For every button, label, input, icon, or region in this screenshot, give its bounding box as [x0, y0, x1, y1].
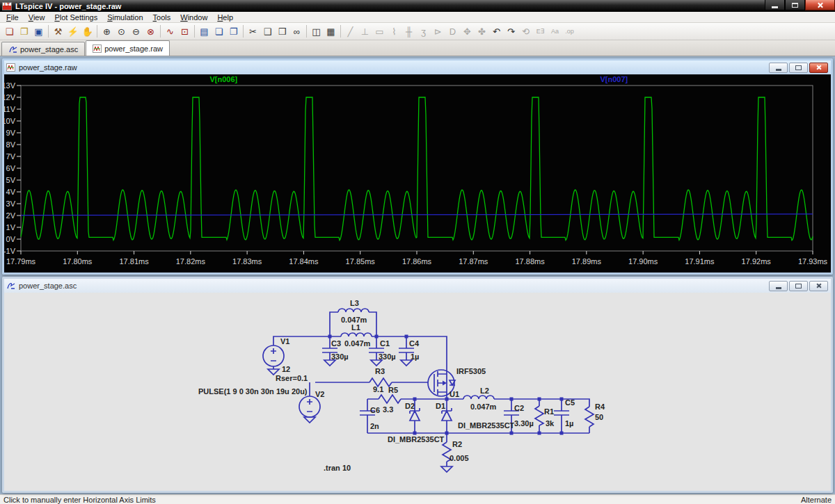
- toolbar-place-ground-icon: ⊥: [358, 24, 372, 38]
- toolbar-paste-icon[interactable]: ❒: [275, 24, 289, 38]
- x-axis-label[interactable]: 17.85ms: [346, 257, 376, 266]
- toolbar-print-icon[interactable]: ▦: [324, 24, 338, 38]
- trace-label[interactable]: V[n006]: [209, 75, 237, 83]
- y-axis-label: 5V: [6, 176, 16, 184]
- waveform-plot[interactable]: 13V12V11V10V9V8V7V6V5V4V3V2V1V0V-1V17.79…: [4, 74, 831, 273]
- x-axis-label[interactable]: 17.80ms: [63, 257, 93, 266]
- menu-window[interactable]: Window: [175, 13, 212, 22]
- toolbar-save-icon[interactable]: ▣: [31, 24, 46, 38]
- menu-view[interactable]: View: [24, 13, 50, 22]
- x-axis-label[interactable]: 17.84ms: [289, 257, 319, 266]
- toolbar-new-schematic-icon[interactable]: ❏: [2, 24, 17, 38]
- x-axis-label[interactable]: 17.91ms: [685, 257, 715, 266]
- x-axis-label[interactable]: 17.79ms: [6, 257, 36, 266]
- toolbar-zoom-back-icon[interactable]: ⊙: [114, 24, 129, 38]
- toolbar-place-net-label-icon: ▭: [372, 24, 387, 38]
- menu-tools[interactable]: Tools: [148, 13, 176, 22]
- menu-plot-settings[interactable]: Plot Settings: [49, 13, 102, 22]
- menu-file[interactable]: File: [1, 13, 24, 22]
- toolbar-zoom-in-icon[interactable]: ⊕: [100, 24, 114, 38]
- schematic-label: L2: [480, 387, 489, 395]
- toolbar-mirror-icon: E∃: [533, 24, 548, 38]
- minimize-button[interactable]: [769, 281, 788, 291]
- toolbar-separator: [243, 25, 244, 38]
- schematic-window-titlebar[interactable]: power_stage.asc: [4, 279, 831, 293]
- close-button[interactable]: [805, 0, 835, 10]
- x-axis-label[interactable]: 17.81ms: [119, 257, 149, 266]
- schematic-label: 0.005: [450, 454, 469, 462]
- x-axis-label[interactable]: 17.86ms: [402, 257, 432, 266]
- toolbar-print-preview-icon[interactable]: ◫: [309, 24, 324, 38]
- status-hint: Click to manually enter Horizontal Axis …: [3, 496, 156, 504]
- x-axis-label[interactable]: 17.90ms: [628, 257, 658, 266]
- y-axis-label: 12V: [4, 93, 16, 101]
- close-button[interactable]: [809, 63, 828, 73]
- schematic-label: C6: [370, 406, 380, 414]
- close-icon: [816, 283, 822, 288]
- y-axis-label: 2V: [6, 211, 16, 220]
- schematic-canvas[interactable]: L30.047mL1C30.047mC1C4330µ330µ1µV112Rser…: [4, 293, 831, 491]
- x-axis-label[interactable]: 17.93ms: [798, 257, 828, 266]
- toolbar-tile-vertically-icon[interactable]: ▤: [197, 24, 212, 38]
- toolbar-undo-icon[interactable]: ↶: [489, 24, 504, 38]
- toolbar-tile-horizontally-icon[interactable]: ❐: [226, 24, 241, 38]
- x-axis-label[interactable]: 17.88ms: [515, 257, 545, 266]
- y-axis-label: 11V: [4, 105, 16, 113]
- schematic-svg[interactable]: L30.047mL1C30.047mC1C4330µ330µ1µV112Rser…: [4, 293, 831, 491]
- toolbar-cut-icon[interactable]: ✂: [246, 24, 260, 38]
- menu-simulation[interactable]: Simulation: [102, 13, 148, 22]
- close-button[interactable]: [809, 281, 828, 291]
- trace-v-n007[interactable]: [21, 214, 813, 216]
- minimize-button[interactable]: [765, 0, 785, 10]
- title-bar[interactable]: LT LTspice IV - power_stage.raw: [0, 0, 835, 12]
- schematic-label: C5: [565, 398, 575, 407]
- x-axis-label[interactable]: 17.82ms: [176, 257, 206, 266]
- minimize-button[interactable]: [769, 63, 788, 73]
- toolbar-zoom-to-rectangle-icon[interactable]: ⊡: [177, 24, 192, 38]
- x-axis-label[interactable]: 17.83ms: [232, 257, 262, 266]
- waveform-window-titlebar[interactable]: power_stage.raw: [4, 60, 831, 74]
- close-icon: [817, 2, 823, 8]
- trace-label[interactable]: V[n007]: [600, 75, 628, 83]
- toolbar-copy-icon[interactable]: ❑: [260, 24, 275, 38]
- toolbar-waveform-pane-icon[interactable]: ∿: [163, 24, 177, 38]
- waveform-plot-svg[interactable]: 13V12V11V10V9V8V7V6V5V4V3V2V1V0V-1V17.79…: [4, 74, 831, 273]
- schematic-label: V1: [280, 337, 289, 346]
- toolbar-control-panel-icon[interactable]: ⚒: [51, 24, 65, 38]
- waveform-window-buttons: [769, 63, 829, 73]
- schematic-label: 1µ: [411, 352, 419, 361]
- x-axis-label[interactable]: 17.92ms: [742, 257, 772, 266]
- trace-v-n006[interactable]: [21, 97, 813, 241]
- schematic-window: power_stage.asc: [2, 277, 833, 493]
- tab-power-stage-raw[interactable]: power_stage.raw: [86, 40, 170, 56]
- restore-icon: [795, 65, 802, 70]
- schematic-label: 12: [282, 365, 290, 373]
- restore-button[interactable]: [789, 281, 808, 291]
- toolbar-cascade-windows-icon[interactable]: ❏: [212, 24, 226, 38]
- tab-power-stage-asc[interactable]: power_stage.asc: [1, 42, 85, 56]
- x-axis-label[interactable]: 17.87ms: [459, 257, 488, 266]
- toolbar-zoom-full-extents-icon[interactable]: ⊗: [143, 24, 158, 38]
- waveform-window: power_stage.raw 13V12V11V10V9V8V7V6V5V4V…: [2, 58, 833, 275]
- y-axis-label: 4V: [6, 188, 16, 196]
- toolbar-run-simulation-icon[interactable]: ⚡: [65, 24, 80, 38]
- restore-button[interactable]: [789, 63, 808, 73]
- toolbar-find-icon[interactable]: ∞: [289, 24, 304, 38]
- y-axis-label: 3V: [6, 200, 16, 208]
- menu-help[interactable]: Help: [212, 13, 238, 22]
- toolbar: ❏❐▣⚒⚡✋⊕⊙⊖⊗∿⊡▤❏❐✂❑❒∞◫▦╱⊥▭⌇╫ʒ⊳D✥✤↶↷⟲E∃Aa.o…: [0, 23, 835, 40]
- system-buttons: [765, 0, 835, 10]
- toolbar-place-component-icon: D: [445, 24, 460, 38]
- schematic-label: DI_MBR2535CT: [458, 421, 515, 430]
- toolbar-open-file-icon[interactable]: ❐: [17, 24, 31, 38]
- schematic-label: 3k: [546, 419, 555, 428]
- maximize-button[interactable]: [785, 0, 805, 10]
- toolbar-redo-icon[interactable]: ↷: [504, 24, 518, 38]
- toolbar-zoom-out-icon[interactable]: ⊖: [129, 24, 143, 38]
- tab-label: power_stage.raw: [104, 44, 163, 53]
- toolbar-drag-icon: ✤: [475, 24, 489, 38]
- schematic-label: R4: [595, 403, 605, 411]
- schematic-label: 0.047m: [344, 339, 371, 348]
- toolbar-place-diode-icon: ⊳: [431, 24, 445, 38]
- x-axis-label[interactable]: 17.89ms: [572, 257, 602, 266]
